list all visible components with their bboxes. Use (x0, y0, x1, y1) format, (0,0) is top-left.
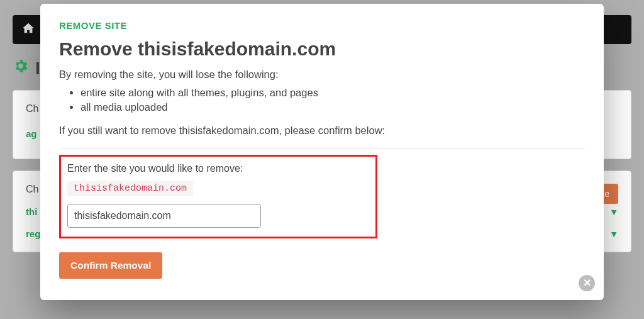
enter-label: Enter the site you would like to remove: (67, 163, 243, 174)
divider (59, 148, 585, 148)
modal-title: Remove thisisfakedomain.com (59, 38, 585, 60)
modal-intro: By removing the site, you will lose the … (59, 69, 585, 81)
list-item: all media uploaded (80, 101, 585, 113)
list-item: entire site along with all themes, plugi… (80, 87, 585, 99)
domain-input[interactable] (67, 204, 261, 228)
consequence-list: entire site along with all themes, plugi… (80, 87, 585, 113)
close-icon[interactable]: ✕ (579, 275, 595, 291)
remove-site-modal: REMOVE SITE Remove thisisfakedomain.com … (40, 4, 604, 300)
confirm-instruction: If you still want to remove thisisfakedo… (59, 125, 585, 137)
modal-eyebrow: REMOVE SITE (59, 20, 585, 31)
modal-overlay: REMOVE SITE Remove thisisfakedomain.com … (0, 0, 644, 319)
domain-code: thisisfakedomain.com (67, 181, 193, 196)
confirm-removal-button[interactable]: Confirm Removal (59, 252, 162, 279)
highlight-box: Enter the site you would like to remove:… (59, 155, 377, 238)
